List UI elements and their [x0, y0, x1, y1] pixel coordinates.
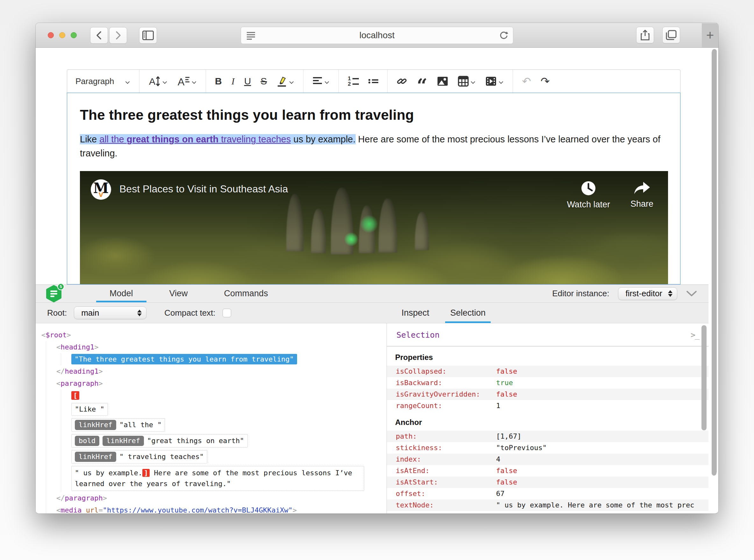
detail-scrollbar[interactable]	[701, 325, 707, 431]
page-scrollbar-thumb[interactable]	[712, 49, 717, 474]
insert-image-button[interactable]	[433, 72, 452, 90]
numbered-list-button[interactable]: 1 2	[344, 72, 362, 90]
tree-heading1-close[interactable]: </heading1>	[56, 365, 387, 378]
minimize-window-button[interactable]	[59, 32, 65, 38]
tab-selection[interactable]: Selection	[445, 303, 491, 323]
video-share-button[interactable]: Share	[630, 181, 653, 209]
collapse-inspector-button[interactable]	[686, 291, 697, 297]
forward-button[interactable]	[109, 27, 127, 44]
section-title: Focus	[387, 511, 709, 514]
font-size-icon: A	[148, 76, 161, 87]
detail-title: Selection	[396, 330, 440, 340]
tree-selected-text-node[interactable]: "The three greatest things you learn fro…	[71, 354, 297, 364]
redo-button[interactable]: ↷	[537, 72, 554, 90]
editor-instance-select[interactable]: first-editor	[618, 287, 677, 300]
tab-overview-button[interactable]	[662, 27, 680, 43]
back-icon	[96, 31, 103, 40]
property-row: isGravityOverridden:false	[387, 388, 709, 400]
paragraph-link[interactable]: traveling teaches	[219, 134, 291, 144]
tab-view[interactable]: View	[156, 285, 201, 302]
link-button[interactable]	[393, 72, 411, 90]
browser-window: localhost	[36, 23, 718, 514]
property-key: rangeCount:	[396, 402, 496, 410]
redo-icon: ↷	[541, 75, 550, 87]
tree-media-open[interactable]: <media url="https://www.youtube.com/watc…	[56, 504, 387, 514]
share-arrow-icon	[633, 181, 651, 195]
paragraph-link[interactable]: all the	[99, 134, 126, 144]
tab-commands[interactable]: Commands	[211, 285, 282, 302]
selection-detail-pane: Selection >_ PropertiesisCollapsed:false…	[387, 323, 709, 514]
tree-text-node[interactable]: " us by example.] Here are some of the m…	[71, 466, 364, 491]
property-row: isCollapsed:false	[387, 366, 709, 377]
document-heading: The three greatest things you learn from…	[80, 107, 667, 123]
back-button[interactable]	[90, 27, 108, 44]
youtube-embed[interactable]: M v Best Places to Visit in Southeast As…	[80, 171, 668, 284]
tab-model[interactable]: Model	[96, 285, 146, 302]
bold-button[interactable]: B	[211, 72, 226, 90]
share-icon	[640, 29, 650, 40]
chevron-down-icon	[499, 80, 504, 83]
new-tab-button[interactable]: +	[702, 23, 718, 47]
property-value: [1,67]	[496, 432, 709, 441]
tree-heading1-open[interactable]: <heading1>	[56, 341, 387, 353]
property-value: false	[496, 467, 709, 475]
reader-icon[interactable]	[246, 31, 256, 40]
chevron-down-icon	[290, 80, 294, 83]
insert-table-dropdown[interactable]	[454, 72, 480, 90]
zoom-window-button[interactable]	[71, 32, 77, 38]
svg-text:A: A	[178, 76, 185, 87]
refresh-icon[interactable]	[499, 31, 509, 41]
share-button[interactable]	[636, 27, 654, 43]
watch-later-button[interactable]: Watch later	[567, 181, 610, 209]
section-title: Properties	[387, 346, 709, 366]
tab-inspect[interactable]: Inspect	[396, 303, 434, 323]
editor-content[interactable]: The three greatest things you learn from…	[67, 93, 680, 284]
close-window-button[interactable]	[48, 32, 54, 38]
compact-text-checkbox[interactable]	[223, 309, 231, 317]
property-row: offset:67	[387, 488, 709, 499]
chevron-down-icon	[471, 80, 476, 83]
model-tree[interactable]: <$root> <heading1> "The three greatest t…	[36, 323, 387, 514]
page: Paragraph A A	[36, 48, 718, 513]
font-family-dropdown[interactable]: A	[173, 72, 201, 90]
bulleted-list-button[interactable]	[365, 72, 382, 90]
insert-media-dropdown[interactable]	[482, 72, 508, 90]
address-bar[interactable]: localhost	[241, 27, 513, 44]
highlight-dropdown[interactable]	[272, 72, 298, 90]
image-icon	[437, 76, 448, 86]
property-key: index:	[396, 455, 496, 463]
inspector-header: 5 Model View Commands Editor instance: f…	[36, 285, 709, 303]
chevron-down-icon	[325, 80, 329, 83]
video-title[interactable]: Best Places to Visit in Southeast Asia	[119, 183, 567, 195]
tree-paragraph-close[interactable]: </paragraph>	[56, 492, 387, 504]
heading-dropdown[interactable]: Paragraph	[72, 72, 134, 90]
paragraph-link[interactable]: great things on earth	[127, 134, 219, 144]
italic-button[interactable]: I	[228, 72, 239, 90]
property-value: false	[496, 390, 709, 399]
tree-text-node[interactable]: linkHref"all the "	[71, 418, 165, 432]
numbered-list-icon: 1 2	[348, 76, 359, 86]
property-row: rangeCount:1	[387, 400, 709, 412]
strikethrough-button[interactable]: S	[257, 72, 271, 90]
tree-paragraph-open[interactable]: <paragraph>	[56, 378, 387, 389]
property-value: 1	[496, 402, 709, 410]
tree-text-node[interactable]: boldlinkHref"great things on earth"	[71, 434, 248, 447]
underline-button[interactable]: U	[240, 72, 255, 90]
undo-button[interactable]: ↶	[518, 72, 535, 90]
svg-text:A: A	[149, 76, 156, 87]
chevron-down-icon	[192, 80, 197, 83]
alignment-dropdown[interactable]	[308, 72, 333, 90]
logo-version-badge: 5	[57, 283, 64, 290]
tree-text-node[interactable]: linkHref" traveling teaches"	[71, 450, 207, 463]
font-size-dropdown[interactable]: A	[145, 72, 171, 90]
console-icon[interactable]: >_	[691, 330, 699, 340]
property-row: isAtStart:false	[387, 477, 709, 488]
tree-text-node[interactable]: "Like "	[71, 403, 108, 416]
table-icon	[458, 76, 469, 87]
sidebar-toggle-button[interactable]	[139, 27, 157, 44]
block-quote-button[interactable]: “	[413, 72, 431, 90]
channel-avatar[interactable]: M v	[91, 179, 111, 200]
root-select[interactable]: main	[74, 306, 146, 319]
editor-instance-label: Editor instance:	[552, 288, 609, 299]
stepper-icon	[668, 290, 672, 297]
